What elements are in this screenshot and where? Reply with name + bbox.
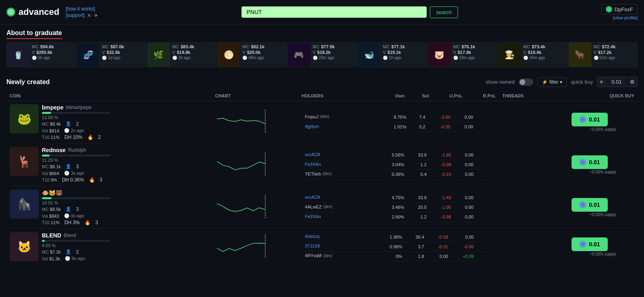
own-cell: 3.04% (379, 160, 407, 169)
chart-cell (212, 144, 298, 186)
grad-time: 🕐 34m ago (523, 56, 564, 60)
coin-symbol[interactable]: 🐵🐱🐻 (42, 190, 62, 196)
coin-cell-td: 🐱 BLEND Blend 4.03 % MC $7.2k (6, 229, 212, 265)
dh-stat: DH 10% (64, 134, 83, 140)
quick-buy-value-input[interactable] (607, 77, 627, 87)
holder-row: 4ALwEZ (dev) (305, 204, 376, 209)
holder-name[interactable]: orcACR (305, 152, 321, 157)
holder-subtable: orcACR 4.75% 33.9 -1.49 0.00 4ALwEZ (dev… (302, 193, 496, 222)
holder-name[interactable]: YETbeb (305, 171, 321, 176)
holder-name[interactable]: 4RYvqM (305, 253, 322, 258)
grad-card[interactable]: 🥤 MC $94.6k V $295.9k 🕐 6h ago (6, 42, 76, 67)
v-label: V (313, 50, 316, 55)
grad-card[interactable]: 🐋 MC $77.1k V $19.1k 🕐 1h ago (357, 42, 427, 67)
rpnl-cell: 0.00 (451, 232, 477, 242)
col-chart: CHART (212, 91, 298, 101)
holder-name[interactable]: orcACR (305, 195, 321, 200)
own-cell: 9.75% (381, 113, 409, 122)
v-label: V (383, 50, 386, 55)
v-value: $19.8k (177, 50, 190, 55)
rpnl-cell: 0.00 (454, 193, 477, 203)
holder-row: 4RYvqM (dev) (305, 253, 375, 258)
grad-info: MC $87.0k V $32.8k 🕐 1d ago (99, 43, 145, 67)
support-link[interactable]: [support] (66, 12, 85, 18)
holder-name[interactable]: 4ALwEZ (305, 204, 322, 209)
grad-card[interactable]: 🌕 MC $82.1k V $20.0k 🕐 49m ago (217, 42, 286, 67)
sol-cell: 7.4 (409, 113, 428, 122)
coin-symbol[interactable]: Rednose (42, 147, 66, 153)
coin-symbol[interactable]: BLEND (42, 232, 61, 239)
grad-card[interactable]: 🧬 MC $87.0k V $32.8k 🕐 1d ago (76, 42, 146, 67)
mc-label: MC (32, 44, 39, 49)
coin-stats: MC $8.5k 👤 3 (42, 206, 110, 212)
search-button[interactable]: search (430, 6, 458, 18)
grad-card[interactable]: 👩‍🍳 MC $73.4k V $18.4k 🕐 34m ago (498, 42, 567, 67)
coin-name-row: bmpepe bitmartpepe (42, 104, 110, 111)
show-owned-toggle[interactable] (519, 78, 533, 86)
clock-icon: 🕐 (32, 56, 37, 60)
mc-label: MC (42, 164, 49, 169)
time-value: 33m ago (459, 56, 475, 60)
holder-sub-row: orcACR 5.56% 33.9 -1.65 0.00 (302, 151, 496, 160)
clock-icon: 🕐 (453, 56, 458, 60)
quick-buy-button[interactable]: 0.01 (572, 113, 608, 126)
grad-info: MC $72.4k V $17.2k 🕐 52m ago (591, 43, 637, 67)
holder-name[interactable]: Asbxzq (305, 234, 320, 239)
quick-buy-icon-button[interactable]: ≡ (597, 77, 606, 87)
grad-avatar: 👩‍🍳 (498, 43, 521, 67)
threads-col (499, 144, 568, 186)
qb-empty (486, 169, 496, 179)
grad-avatar: 🥤 (7, 43, 29, 67)
filter-button[interactable]: ⚡ filter ▾ (537, 77, 567, 87)
holder-name[interactable]: 4jg9ym (305, 124, 319, 129)
grad-card[interactable]: 🌿 MC $83.4k V $19.8k 🕐 2h ago (147, 42, 216, 67)
holder-cell: Asbxzq (302, 232, 378, 242)
holder-name[interactable]: FrqsuJ (305, 114, 319, 119)
quick-buy-button[interactable]: 0.01 (572, 237, 608, 251)
how-it-works-link[interactable]: [how it works] (66, 6, 99, 12)
grad-avatar: 🧬 (77, 43, 99, 67)
coin-name-row: BLEND Blend (42, 232, 110, 239)
dh-stat: DH 0.36% (62, 177, 84, 183)
profile-dot (606, 6, 612, 12)
grad-time: 🕐 20m ago (313, 56, 354, 60)
vol-label: Vol (42, 128, 48, 133)
grad-card[interactable]: 🎮 MC $77.9k V $19.2k 🕐 20m ago (287, 42, 357, 67)
holders-icon: 👤 (66, 164, 71, 169)
profile-button[interactable]: DpFosF (601, 4, 638, 14)
time-val: 🕐 8s ago (65, 256, 85, 261)
threads-cell (477, 242, 486, 252)
twitter-icon[interactable]: ✕ (87, 12, 91, 19)
threads-cell (477, 151, 486, 160)
progress-fill (42, 155, 50, 157)
time-value: 1d ago (108, 56, 120, 60)
graduate-row: 🥤 MC $94.6k V $295.9k 🕐 6h ago 🧬 MC $87.… (6, 42, 638, 67)
v-value: $19.2k (317, 50, 331, 55)
table-row: 🐸 bmpepe bitmartpepe 13.58 % MC $8.4k (6, 101, 638, 144)
col-sol: Sol (408, 91, 432, 101)
threads-cell (477, 193, 486, 203)
col-quick-buy: QUICK BUY (568, 91, 638, 101)
coin-symbol[interactable]: bmpepe (42, 104, 64, 111)
quick-buy-settings-button[interactable]: ⚙ (627, 77, 638, 87)
holder-name[interactable]: 37J1S8 (305, 243, 320, 248)
quick-buy-button[interactable]: 0.01 (572, 155, 608, 169)
grad-card[interactable]: 🐷 MC $76.1k V $17.8k 🕐 33m ago (428, 42, 497, 67)
grad-info: MC $77.9k V $19.2k 🕐 20m ago (310, 43, 356, 67)
vol-stat: Vol $814 (42, 128, 59, 133)
grad-info: MC $94.6k V $295.9k 🕐 6h ago (29, 43, 75, 67)
telegram-icon[interactable]: ✈ (94, 12, 98, 19)
v-value: $20.0k (247, 50, 261, 55)
holder-name[interactable]: Fe3XAn (305, 162, 321, 167)
coin-fullname: bitmartpepe (66, 105, 91, 110)
grad-card[interactable]: 🐂 MC $72.4k V $17.2k 🕐 52m ago (568, 42, 638, 67)
holder-sub-row: 4RYvqM (dev) 0% 1.8 0.00 +0.09 (302, 252, 496, 261)
grad-v-row: V $18.4k (523, 50, 564, 55)
quick-buy-button[interactable]: 0.01 (572, 198, 608, 212)
search-input[interactable] (242, 6, 427, 18)
coin-avatar: 🐸 (10, 104, 39, 133)
coin-avatar: 🦍 (10, 190, 39, 219)
coin-stats: MC $7.2k 👤 2 (42, 249, 110, 255)
view-profile-link[interactable]: [view profile] (613, 15, 638, 20)
holder-name[interactable]: Fe3XAn (305, 214, 321, 219)
